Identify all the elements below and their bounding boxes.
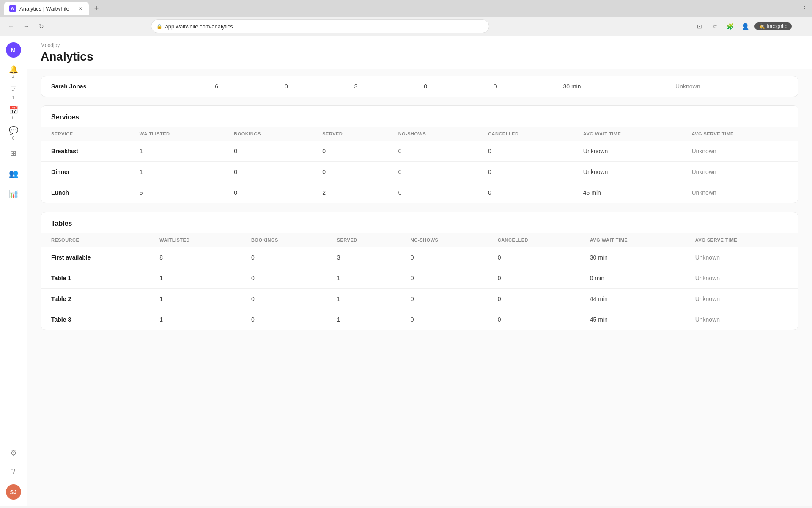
resource-avg-wait: 45 min	[580, 309, 685, 330]
address-bar[interactable]: 🔒 app.waitwhile.com/analytics	[151, 19, 489, 33]
tables-section-title: Tables	[41, 212, 798, 233]
table-row: Table 2 1 0 1 0 0 44 min Unknown	[41, 289, 798, 309]
breadcrumb: Moodjoy	[41, 42, 798, 48]
service-served: 2	[312, 182, 388, 203]
col-served: SERVED	[312, 127, 388, 141]
lock-icon: 🔒	[156, 24, 162, 29]
sidebar-item-analytics[interactable]: 📊	[4, 185, 23, 203]
staff-section-partial: Sarah Jonas 6 0 3 0 0 30 min Unknown	[41, 76, 798, 97]
resource-no-shows: 0	[401, 309, 488, 330]
table-row: Table 3 1 0 1 0 0 45 min Unknown	[41, 309, 798, 330]
service-cancelled: 0	[478, 182, 573, 203]
resource-cancelled: 0	[488, 309, 580, 330]
staff-avg-serve: Unknown	[665, 76, 798, 97]
sidebar-item-tasks[interactable]: ☑ 1	[4, 83, 23, 102]
profile-icon[interactable]: 👤	[739, 20, 751, 32]
service-avg-serve: Unknown	[681, 162, 798, 182]
staff-waitlisted: 6	[205, 76, 274, 97]
staff-avg-wait: 30 min	[553, 76, 665, 97]
resource-avg-wait: 44 min	[580, 289, 685, 309]
resource-served: 1	[327, 268, 401, 289]
back-button[interactable]: ←	[5, 20, 17, 32]
col-bookings: BOOKINGS	[241, 233, 327, 247]
services-table: SERVICE WAITLISTED BOOKINGS SERVED NO-SH…	[41, 127, 798, 203]
table-row: First available 8 0 3 0 0 30 min Unknown	[41, 247, 798, 268]
resource-waitlisted: 8	[149, 247, 241, 268]
sidebar-item-messages[interactable]: 💬 0	[4, 124, 23, 142]
new-tab-button[interactable]: +	[91, 3, 102, 14]
col-cancelled: CANCELLED	[478, 127, 573, 141]
sidebar-item-settings[interactable]: ⚙	[4, 444, 23, 462]
tab-more-button[interactable]: ⋮	[801, 5, 808, 13]
resource-bookings: 0	[241, 268, 327, 289]
table-row: Dinner 1 0 0 0 0 Unknown Unknown	[41, 162, 798, 182]
resource-served: 1	[327, 309, 401, 330]
bookmark-icon[interactable]: ☆	[709, 20, 721, 32]
resource-no-shows: 0	[401, 289, 488, 309]
help-icon: ?	[11, 467, 15, 476]
service-avg-wait: Unknown	[573, 141, 682, 162]
col-avg-serve: AVG SERVE TIME	[685, 233, 798, 247]
col-avg-serve: AVG SERVE TIME	[681, 127, 798, 141]
service-served: 0	[312, 141, 388, 162]
resource-avg-wait: 30 min	[580, 247, 685, 268]
analytics-icon: 📊	[9, 189, 18, 199]
resource-cancelled: 0	[488, 247, 580, 268]
col-no-shows: NO-SHOWS	[401, 233, 488, 247]
table-row: Table 1 1 0 1 0 0 0 min Unknown	[41, 268, 798, 289]
resource-no-shows: 0	[401, 247, 488, 268]
col-avg-wait: AVG WAIT TIME	[580, 233, 685, 247]
services-section-title: Services	[41, 106, 798, 127]
tables-section: Tables RESOURCE WAITLISTED BOOKINGS SERV…	[41, 212, 798, 330]
menu-icon[interactable]: ⋮	[795, 20, 807, 32]
sidebar-bottom: ⚙ ? SJ	[4, 444, 23, 500]
user-avatar[interactable]: SJ	[6, 484, 21, 500]
col-bookings: BOOKINGS	[224, 127, 312, 141]
resource-name: First available	[41, 247, 149, 268]
resource-waitlisted: 1	[149, 309, 241, 330]
resource-name: Table 1	[41, 268, 149, 289]
sidebar-item-notifications[interactable]: 🔔 4	[4, 63, 23, 81]
service-bookings: 0	[224, 141, 312, 162]
col-avg-wait: AVG WAIT TIME	[573, 127, 682, 141]
service-waitlisted: 5	[129, 182, 224, 203]
cast-icon[interactable]: ⊡	[694, 20, 705, 32]
tab-favicon: W	[9, 5, 16, 12]
table-row: Lunch 5 0 2 0 0 45 min Unknown	[41, 182, 798, 203]
sidebar-item-calendar[interactable]: 📅 0	[4, 103, 23, 122]
table-row: Breakfast 1 0 0 0 0 Unknown Unknown	[41, 141, 798, 162]
staff-name: Sarah Jonas	[41, 76, 205, 97]
app-logo-avatar[interactable]: M	[6, 42, 21, 58]
service-waitlisted: 1	[129, 162, 224, 182]
resource-no-shows: 0	[401, 268, 488, 289]
resource-avg-serve: Unknown	[685, 309, 798, 330]
col-cancelled: CANCELLED	[488, 233, 580, 247]
sidebar-item-help[interactable]: ?	[4, 462, 23, 481]
service-no-shows: 0	[388, 182, 478, 203]
settings-icon: ⚙	[10, 448, 17, 458]
sidebar-item-users[interactable]: 👥	[4, 164, 23, 183]
main-content: Moodjoy Analytics Sarah Jonas 6 0 3 0 0	[27, 36, 812, 506]
tab-title: Analytics | Waitwhile	[19, 6, 69, 12]
service-bookings: 0	[224, 162, 312, 182]
extensions-icon[interactable]: 🧩	[724, 20, 736, 32]
resource-cancelled: 0	[488, 268, 580, 289]
col-waitlisted: WAITLISTED	[149, 233, 241, 247]
service-avg-serve: Unknown	[681, 141, 798, 162]
sidebar-item-apps[interactable]: ⊞	[4, 144, 23, 163]
staff-bookings: 0	[274, 76, 344, 97]
active-tab[interactable]: W Analytics | Waitwhile ✕	[4, 2, 89, 15]
resource-waitlisted: 1	[149, 268, 241, 289]
check-icon: ☑	[10, 85, 17, 94]
table-row: Sarah Jonas 6 0 3 0 0 30 min Unknown	[41, 76, 798, 97]
forward-button[interactable]: →	[20, 20, 32, 32]
resource-name: Table 2	[41, 289, 149, 309]
tab-close-button[interactable]: ✕	[77, 5, 84, 12]
services-section: Services SERVICE WAITLISTED BOOKINGS SER…	[41, 105, 798, 203]
staff-served: 3	[344, 76, 414, 97]
sidebar: M 🔔 4 ☑ 1 📅 0 💬 0 ⊞ 👥 📊 ⚙	[0, 36, 27, 506]
reload-button[interactable]: ↻	[36, 20, 47, 32]
service-bookings: 0	[224, 182, 312, 203]
col-service: SERVICE	[41, 127, 129, 141]
users-icon: 👥	[9, 169, 18, 178]
